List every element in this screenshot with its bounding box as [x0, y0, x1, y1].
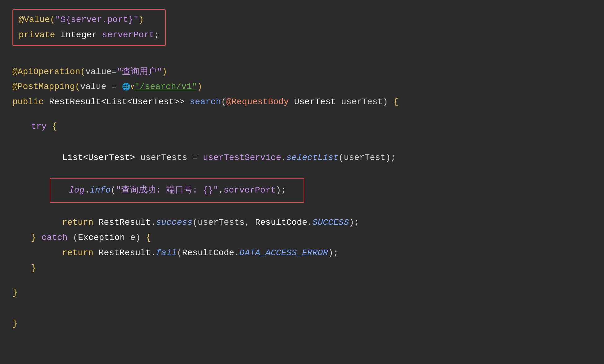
- code-editor: @Value("${server.port}") private Integer…: [12, 9, 592, 331]
- spacer5: [12, 206, 592, 215]
- line-try: try {: [12, 119, 592, 134]
- spacer2: [12, 110, 592, 119]
- line-return-success: return RestResult.success(userTests, Res…: [12, 215, 592, 230]
- spacer1: [12, 48, 592, 64]
- line-api-operation: @ApiOperation(value="查询用户"): [12, 64, 592, 80]
- line-annotation-value: @Value("${server.port}"): [19, 12, 160, 28]
- line-catch: } catch (Exception e) {: [12, 230, 592, 246]
- line-close-method: }: [12, 285, 592, 300]
- spacer6: [12, 276, 592, 285]
- globe-icon: 🌐: [122, 82, 130, 93]
- line-return-fail: return RestResult.fail(ResultCode.DATA_A…: [12, 246, 592, 261]
- line-private-decl: private Integer serverPort;: [19, 28, 160, 43]
- line-method-sig: public RestResult<List<UserTest>> search…: [12, 95, 592, 110]
- line-close-catch: }: [12, 261, 592, 276]
- line-close-class: }: [12, 316, 592, 331]
- line-list-decl: List<UserTest> userTests = userTestServi…: [12, 150, 592, 166]
- spacer7: [12, 300, 592, 316]
- line-post-mapping: @PostMapping(value = 🌐∨"/search/v1"): [12, 79, 592, 95]
- spacer3: [12, 134, 592, 150]
- line-log-info: log.info("查询成功: 端口号: {}",serverPort);: [56, 183, 297, 198]
- spacer4: [12, 166, 592, 175]
